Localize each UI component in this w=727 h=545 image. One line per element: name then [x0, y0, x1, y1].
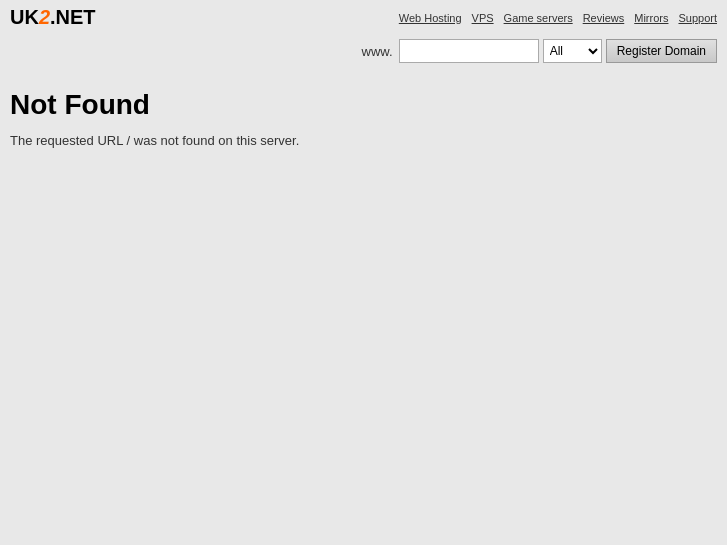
- www-label: www.: [362, 44, 393, 59]
- nav-web-hosting[interactable]: Web Hosting: [399, 12, 462, 24]
- main-nav: Web Hosting VPS Game servers Reviews Mir…: [399, 12, 717, 24]
- logo-two: 2: [39, 6, 50, 28]
- logo-net: .NET: [50, 6, 96, 28]
- domain-input[interactable]: [399, 39, 539, 63]
- nav-support[interactable]: Support: [678, 12, 717, 24]
- logo[interactable]: UK2.NET: [10, 6, 96, 29]
- not-found-message: The requested URL / was not found on thi…: [10, 133, 717, 148]
- register-domain-button[interactable]: Register Domain: [606, 39, 717, 63]
- nav-game-servers[interactable]: Game servers: [504, 12, 573, 24]
- nav-reviews[interactable]: Reviews: [583, 12, 625, 24]
- nav-mirrors[interactable]: Mirrors: [634, 12, 668, 24]
- not-found-title: Not Found: [10, 89, 717, 121]
- tld-select[interactable]: All .co.uk .com .net .org .uk: [543, 39, 602, 63]
- logo-uk: UK: [10, 6, 39, 28]
- nav-vps[interactable]: VPS: [472, 12, 494, 24]
